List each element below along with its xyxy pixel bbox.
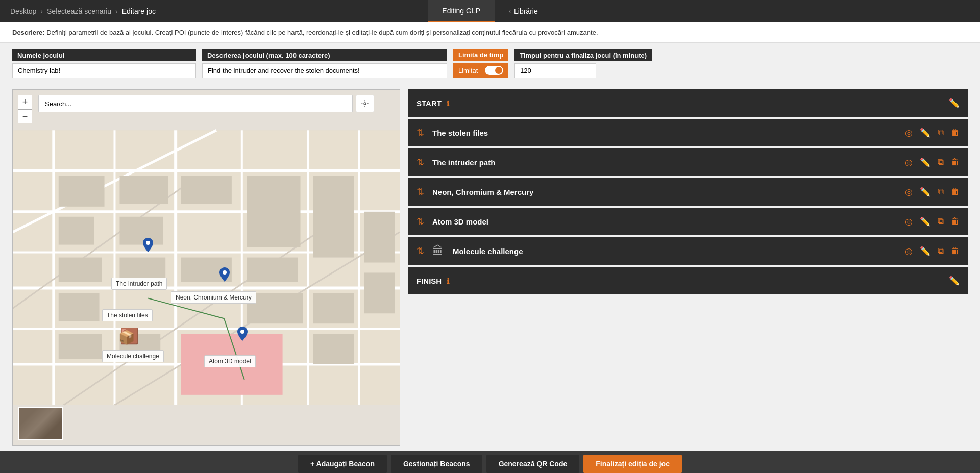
poi-label-intruder[interactable]: The intruder path [111, 278, 167, 290]
svg-point-39 [364, 103, 366, 105]
svg-rect-33 [313, 293, 354, 323]
poi-label-neon[interactable]: Neon, Chromium & Mercury [171, 291, 256, 304]
time-limit-label: Limită de timp [453, 49, 508, 61]
atom-edit-icon[interactable]: ✏️ [920, 216, 930, 227]
svg-point-46 [240, 330, 244, 334]
desc-label: Descriere: [12, 29, 45, 36]
molecule-label: Molecule challenge [453, 247, 899, 256]
poi-label-stolen[interactable]: The stolen files [102, 309, 153, 321]
svg-rect-25 [247, 258, 298, 282]
atom-actions: ◎ ✏️ ⧉ 🗑 [905, 216, 960, 227]
neon-edit-icon[interactable]: ✏️ [920, 187, 930, 197]
atom-delete-icon[interactable]: 🗑 [951, 216, 960, 227]
breadcrumb-desktop[interactable]: Desktop [10, 7, 36, 15]
poi-start-row: START ℹ ✏️ [408, 89, 968, 117]
drag-handle-stolen[interactable]: ⇅ [416, 127, 424, 138]
intruder-target-icon[interactable]: ◎ [905, 157, 913, 168]
time-limit-toggle[interactable] [485, 66, 503, 75]
atom-target-icon[interactable]: ◎ [905, 216, 913, 227]
intruder-delete-icon[interactable]: 🗑 [951, 157, 960, 167]
svg-rect-27 [247, 176, 301, 247]
finish-actions: ✏️ [949, 276, 960, 286]
map-thumbnail-image [19, 408, 62, 439]
zoom-out-button[interactable]: − [18, 109, 32, 123]
svg-rect-34 [313, 334, 354, 364]
intruder-copy-icon[interactable]: ⧉ [938, 157, 944, 167]
poi-finish-row: FINISH ℹ ✏️ [408, 267, 968, 294]
map-search-bar [38, 95, 374, 112]
add-beacon-button[interactable]: + Adaugați Beacon [298, 455, 387, 473]
neon-target-icon[interactable]: ◎ [905, 187, 913, 197]
finish-info-icon[interactable]: ℹ [447, 277, 449, 285]
neon-actions: ◎ ✏️ ⧉ 🗑 [905, 187, 960, 197]
game-name-field: Numele jocului [12, 49, 196, 78]
molecule-actions: ◎ ✏️ ⧉ 🗑 [905, 246, 960, 257]
main-content: + − 🟫 📦 The intruder path [0, 84, 980, 451]
tab-editing[interactable]: Editing GLP [428, 0, 495, 22]
map-search-input[interactable] [38, 95, 353, 112]
stolen-files-delete-icon[interactable]: 🗑 [951, 128, 960, 138]
map-background [13, 90, 400, 445]
svg-point-44 [146, 241, 150, 245]
neon-delete-icon[interactable]: 🗑 [951, 187, 960, 197]
game-name-input[interactable] [12, 63, 196, 78]
finish-time-group: Timpul pentru a finaliza jocul (în minut… [514, 49, 652, 78]
poi-label-atom[interactable]: Atom 3D model [204, 355, 256, 367]
finish-time-label: Timpul pentru a finaliza jocul (în minut… [514, 49, 652, 61]
drag-handle-molecule[interactable]: ⇅ [416, 245, 424, 257]
finish-label: FINISH ℹ [416, 277, 943, 285]
neon-label: Neon, Chromium & Mercury [432, 188, 899, 196]
time-limit-value[interactable]: Limitat [453, 63, 508, 78]
svg-rect-35 [364, 212, 395, 263]
poi-pin-neon[interactable] [219, 267, 230, 282]
intruder-path-label: The intruder path [432, 158, 899, 167]
description-bar: Descriere: Definiți parametrii de bază a… [0, 22, 980, 43]
breadcrumb-sep-1: › [40, 7, 43, 15]
molecule-target-icon[interactable]: ◎ [905, 246, 913, 257]
map-thumbnail [18, 407, 63, 440]
svg-rect-29 [59, 334, 102, 359]
breadcrumb-scenario[interactable]: Selectează scenariu [47, 7, 111, 15]
tab-library[interactable]: ‹ Librărie [495, 0, 552, 22]
poi-pin-intruder[interactable] [143, 238, 153, 252]
neon-copy-icon[interactable]: ⧉ [938, 187, 944, 197]
game-desc-label: Descrierea jocului (max. 100 caractere) [202, 49, 447, 61]
game-desc-field: Descrierea jocului (max. 100 caractere) [202, 49, 447, 78]
stolen-files-edit-icon[interactable]: ✏️ [920, 128, 930, 138]
intruder-edit-icon[interactable]: ✏️ [920, 157, 930, 168]
finish-time-input[interactable] [514, 63, 596, 78]
map-locate-button[interactable] [356, 95, 374, 112]
drag-handle-neon[interactable]: ⇅ [416, 186, 424, 197]
time-limit-group: Limită de timp Limitat [453, 49, 508, 78]
poi-pin-atom[interactable] [237, 327, 248, 341]
game-desc-input[interactable] [202, 63, 447, 78]
map-container[interactable]: + − 🟫 📦 The intruder path [12, 89, 400, 446]
generate-qr-button[interactable]: Generează QR Code [486, 455, 580, 473]
start-edit-icon[interactable]: ✏️ [949, 98, 960, 109]
map-zoom-controls: + − [18, 95, 32, 123]
atom-copy-icon[interactable]: ⧉ [938, 216, 944, 227]
tab-bar: Editing GLP ‹ Librărie [428, 0, 552, 22]
svg-rect-36 [364, 272, 395, 313]
zoom-in-button[interactable]: + [18, 95, 32, 109]
stolen-files-copy-icon[interactable]: ⧉ [938, 128, 944, 138]
svg-point-45 [223, 270, 227, 275]
molecule-edit-icon[interactable]: ✏️ [920, 246, 930, 257]
chevron-left-icon: ‹ [509, 8, 511, 15]
molecule-building-icon: 🏛 [432, 244, 444, 258]
start-actions: ✏️ [949, 98, 960, 109]
stolen-files-target-icon[interactable]: ◎ [905, 128, 913, 138]
manage-beacons-button[interactable]: Gestionați Beacons [391, 455, 482, 473]
poi-row-neon: ⇅ Neon, Chromium & Mercury ◎ ✏️ ⧉ 🗑 [408, 178, 968, 206]
poi-label-molecule[interactable]: Molecule challenge [102, 350, 164, 362]
molecule-copy-icon[interactable]: ⧉ [938, 246, 944, 256]
poi-row-stolen-files: ⇅ The stolen files ◎ ✏️ ⧉ 🗑 [408, 119, 968, 146]
start-info-icon[interactable]: ℹ [447, 99, 449, 108]
finish-edit-icon[interactable]: ✏️ [949, 276, 960, 286]
stolen-files-label: The stolen files [432, 129, 899, 137]
drag-handle-atom[interactable]: ⇅ [416, 216, 424, 227]
molecule-delete-icon[interactable]: 🗑 [951, 246, 960, 256]
finalize-button[interactable]: Finalizați ediția de joc [583, 455, 682, 473]
drag-handle-intruder[interactable]: ⇅ [416, 157, 424, 168]
poi-chest-icon-2[interactable]: 📦 [118, 330, 135, 345]
